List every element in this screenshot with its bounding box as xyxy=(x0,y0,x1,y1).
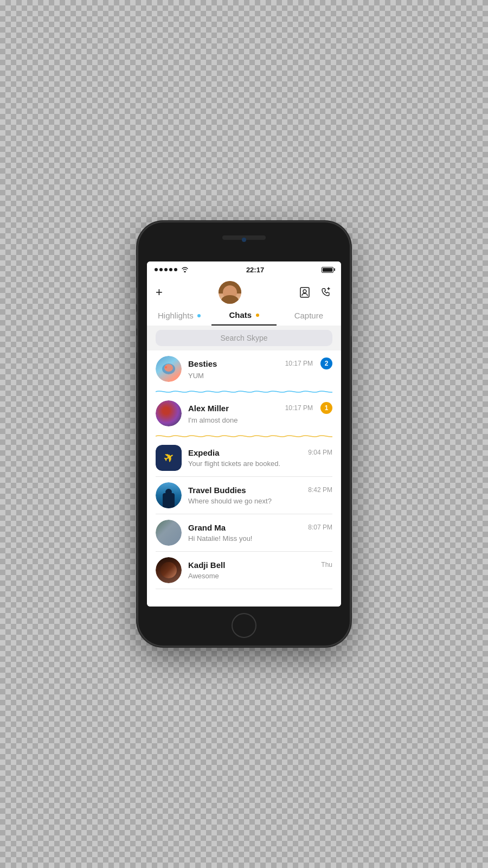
chat-content-grandma: Grand Ma 8:07 PM Hi Natalie! Miss you! xyxy=(188,523,332,543)
tab-highlights[interactable]: Highlights xyxy=(147,311,211,325)
chat-preview-grandma: Hi Natalie! Miss you! xyxy=(188,534,252,542)
chat-content-expedia: Expedia 9:04 PM Your flight tickets are … xyxy=(188,448,332,468)
chat-content-kadji: Kadji Bell Thu Awesome xyxy=(188,560,332,580)
search-placeholder: Search Skype xyxy=(163,334,325,342)
search-input-wrapper[interactable]: Search Skype xyxy=(156,330,332,346)
signal-dot-2 xyxy=(159,268,163,271)
wave-divider-alex xyxy=(156,432,332,438)
chat-item-kadji[interactable]: Kadji Bell Thu Awesome xyxy=(147,552,341,589)
chat-item-alex[interactable]: Alex Miller 10:17 PM 1 I'm almost done xyxy=(147,395,341,432)
search-bar: Search Skype xyxy=(147,326,341,350)
svg-point-4 xyxy=(165,366,167,368)
camera xyxy=(242,238,246,242)
chat-time-kadji: Thu xyxy=(321,561,332,569)
chat-preview-kadji: Awesome xyxy=(188,572,219,580)
svg-point-1 xyxy=(303,290,306,293)
unread-badge-alex: 1 xyxy=(320,402,332,414)
signal-area xyxy=(155,266,189,273)
status-bar: 22:17 xyxy=(147,261,341,277)
avatar-grandma xyxy=(156,520,182,546)
chat-name-expedia: Expedia xyxy=(188,448,220,457)
chat-preview-alex: I'm almost done xyxy=(188,416,237,424)
chat-name-row-expedia: Expedia 9:04 PM xyxy=(188,448,332,457)
new-chat-button[interactable]: + xyxy=(156,285,163,299)
highlights-dot xyxy=(197,314,201,317)
chat-name-row-kadji: Kadji Bell Thu xyxy=(188,560,332,570)
avatar-besties xyxy=(156,356,182,382)
chat-meta-besties: 10:17 PM 2 xyxy=(285,358,332,369)
chat-name-kadji: Kadji Bell xyxy=(188,560,225,570)
tab-chats[interactable]: Chats xyxy=(211,310,276,326)
status-time: 22:17 xyxy=(246,266,264,274)
expedia-plane-icon: ✈ xyxy=(161,449,177,467)
chat-preview-besties: YUM xyxy=(188,372,204,380)
chat-content-travel: Travel Buddies 8:42 PM Where should we g… xyxy=(188,486,332,506)
signal-dot-3 xyxy=(164,268,168,271)
chat-name-row-alex: Alex Miller 10:17 PM 1 xyxy=(188,402,332,414)
signal-dot-1 xyxy=(155,268,158,271)
chat-name-row-besties: Besties 10:17 PM 2 xyxy=(188,358,332,369)
avatar-alex xyxy=(156,400,182,426)
chat-content-besties: Besties 10:17 PM 2 YUM xyxy=(188,358,332,380)
tab-highlights-label: Highlights xyxy=(158,311,194,320)
phone-top-bar xyxy=(138,232,350,242)
battery-fill xyxy=(323,268,332,272)
unread-badge-besties: 2 xyxy=(320,358,332,369)
contacts-button[interactable] xyxy=(298,285,312,299)
chat-content-alex: Alex Miller 10:17 PM 1 I'm almost done xyxy=(188,402,332,425)
chat-name-besties: Besties xyxy=(188,359,217,368)
chat-list: Besties 10:17 PM 2 YUM xyxy=(147,350,341,607)
tab-capture-label: Capture xyxy=(294,311,323,320)
chat-preview-expedia: Your flight tickets are booked. xyxy=(188,459,280,468)
tab-bar: Highlights Chats Capture xyxy=(147,307,341,326)
chat-name-travel: Travel Buddies xyxy=(188,486,246,495)
phone-frame: 22:17 + xyxy=(138,222,350,646)
chat-preview-travel: Where should we go next? xyxy=(188,497,272,505)
signal-dot-5 xyxy=(174,268,177,271)
avatar-expedia: ✈ xyxy=(156,445,182,471)
chat-name-alex: Alex Miller xyxy=(188,404,229,413)
chat-item-grandma[interactable]: Grand Ma 8:07 PM Hi Natalie! Miss you! xyxy=(147,514,341,551)
chat-item-travel[interactable]: Travel Buddies 8:42 PM Where should we g… xyxy=(147,477,341,514)
header-icons xyxy=(298,285,332,299)
battery-icon xyxy=(322,267,333,273)
svg-rect-0 xyxy=(300,288,309,297)
app-header: + xyxy=(147,277,341,307)
avatar-body xyxy=(221,295,239,304)
chat-name-grandma: Grand Ma xyxy=(188,523,226,532)
tab-capture[interactable]: Capture xyxy=(277,311,341,325)
chat-item-expedia[interactable]: ✈ Expedia 9:04 PM Your flight tickets ar… xyxy=(147,439,341,476)
chat-time-travel: 8:42 PM xyxy=(308,486,332,494)
chat-time-grandma: 8:07 PM xyxy=(308,524,332,531)
phone-screen: 22:17 + xyxy=(147,261,341,607)
chats-dot xyxy=(256,314,259,317)
avatar-kadji xyxy=(156,557,182,583)
signal-dot-4 xyxy=(169,268,172,271)
tab-chats-label: Chats xyxy=(229,310,252,320)
chat-time-expedia: 9:04 PM xyxy=(308,449,332,456)
chat-name-row-travel: Travel Buddies 8:42 PM xyxy=(188,486,332,495)
home-button[interactable] xyxy=(232,613,256,638)
chat-name-row-grandma: Grand Ma 8:07 PM xyxy=(188,523,332,532)
divider-kadji xyxy=(156,589,332,589)
calls-button[interactable] xyxy=(318,285,332,299)
chat-time-besties: 10:17 PM xyxy=(285,360,313,367)
chat-time-alex: 10:17 PM xyxy=(285,404,313,412)
user-avatar[interactable] xyxy=(219,281,241,304)
avatar-travel xyxy=(156,482,182,508)
chat-meta-alex: 10:17 PM 1 xyxy=(285,402,332,414)
wifi-icon xyxy=(181,266,189,273)
wave-divider-besties xyxy=(156,387,332,394)
chat-item-besties[interactable]: Besties 10:17 PM 2 YUM xyxy=(147,350,341,387)
